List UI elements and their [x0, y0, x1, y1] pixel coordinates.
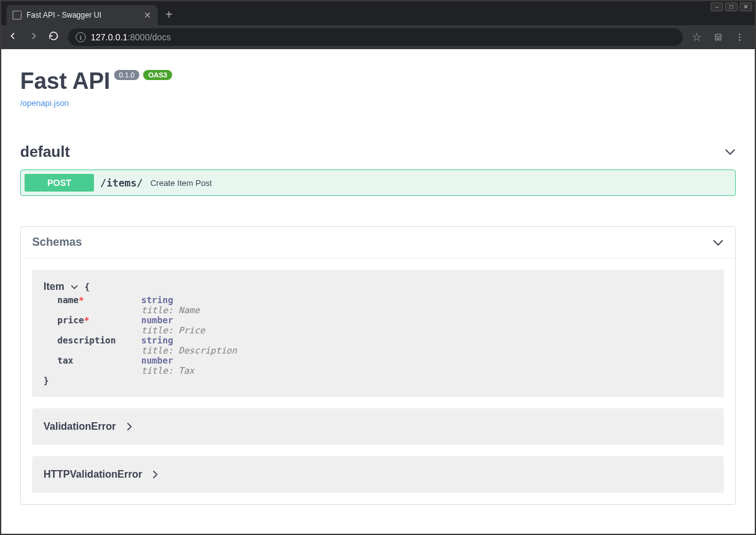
chevron-down-icon: [724, 148, 736, 156]
tab-title: Fast API - Swagger UI: [26, 11, 102, 20]
schema-property-name: price*: [44, 315, 141, 335]
schema-property-row: name*stringtitle: Name: [44, 295, 712, 315]
required-star: *: [84, 315, 89, 325]
site-info-icon[interactable]: i: [76, 32, 86, 42]
window-maximize-button[interactable]: □: [725, 3, 738, 11]
schema-property-type: number: [141, 315, 712, 325]
schema-item: Item { name*stringtitle: Nameprice*numbe…: [32, 270, 724, 397]
schema-property-type: string: [141, 295, 712, 305]
schema-property-row: price*numbertitle: Price: [44, 315, 712, 335]
tag-default-header[interactable]: default: [20, 143, 736, 164]
svg-point-3: [739, 37, 740, 38]
operation-post-items[interactable]: POST /items/ Create Item Post: [20, 170, 736, 196]
incognito-icon[interactable]: [713, 32, 723, 42]
chevron-right-icon: [152, 470, 158, 479]
reload-button[interactable]: [48, 30, 59, 45]
schema-property-title: title: Name: [141, 305, 712, 315]
tag-name: default: [20, 143, 70, 161]
schema-name-label: HTTPValidationError: [44, 469, 142, 480]
chevron-down-icon: [712, 239, 724, 246]
schemas-title: Schemas: [32, 236, 82, 249]
operation-path: /items/: [100, 177, 142, 189]
browser-toolbar: i 127.0.0.1:8000/docs ☆: [1, 25, 755, 49]
browser-tab[interactable]: Fast API - Swagger UI ✕: [6, 5, 158, 25]
open-brace: {: [84, 282, 90, 292]
schema-property-name: description: [44, 335, 141, 355]
browser-tabbar: Fast API - Swagger UI ✕ +: [1, 1, 755, 25]
browser-menu-icon[interactable]: [735, 32, 745, 42]
back-button[interactable]: [8, 30, 19, 45]
svg-point-1: [719, 38, 721, 40]
schema-name-label: Item: [44, 281, 64, 292]
window-close-button[interactable]: ✕: [740, 3, 752, 11]
tab-close-icon[interactable]: ✕: [144, 10, 151, 20]
operation-summary: Create Item Post: [150, 178, 212, 188]
schema-http-validation-error[interactable]: HTTPValidationError: [32, 456, 724, 493]
svg-point-2: [739, 33, 740, 35]
openapi-json-link[interactable]: /openapi.json: [20, 98, 69, 108]
schemas-header[interactable]: Schemas: [21, 227, 735, 258]
page-icon: [13, 11, 21, 20]
schema-property-title: title: Tax: [141, 365, 712, 376]
schema-property-type: number: [141, 355, 712, 365]
close-brace: }: [44, 376, 712, 386]
forward-button[interactable]: [28, 30, 39, 45]
bookmark-star-icon[interactable]: ☆: [692, 30, 702, 44]
http-method-badge: POST: [25, 174, 94, 192]
oas-badge: OAS3: [143, 70, 172, 80]
api-title: Fast API: [20, 68, 110, 95]
schema-property-row: descriptionstringtitle: Description: [44, 335, 712, 355]
schema-property-name: tax: [44, 355, 141, 376]
schema-property-type: string: [141, 335, 712, 345]
url-path: :8000/docs: [127, 32, 171, 42]
schema-property-row: taxnumbertitle: Tax: [44, 355, 712, 376]
schema-property-name: name*: [44, 295, 141, 315]
api-version-badge: 0.1.0: [114, 70, 139, 80]
chevron-down-icon: [71, 284, 78, 290]
chevron-right-icon: [126, 422, 132, 431]
url-host: 127.0.0.1: [91, 32, 127, 42]
schema-item-toggle[interactable]: Item {: [44, 281, 90, 292]
svg-point-0: [715, 38, 718, 40]
address-bar[interactable]: i 127.0.0.1:8000/docs: [68, 28, 683, 46]
window-minimize-button[interactable]: –: [711, 3, 723, 11]
schema-property-title: title: Price: [141, 325, 712, 335]
svg-point-4: [739, 39, 740, 40]
schema-property-title: title: Description: [141, 345, 712, 355]
schema-validation-error[interactable]: ValidationError: [32, 408, 724, 445]
page-content: Fast API 0.1.0 OAS3 /openapi.json defaul…: [1, 49, 755, 534]
required-star: *: [79, 295, 84, 305]
schema-name-label: ValidationError: [44, 421, 116, 432]
new-tab-button[interactable]: +: [158, 8, 180, 22]
